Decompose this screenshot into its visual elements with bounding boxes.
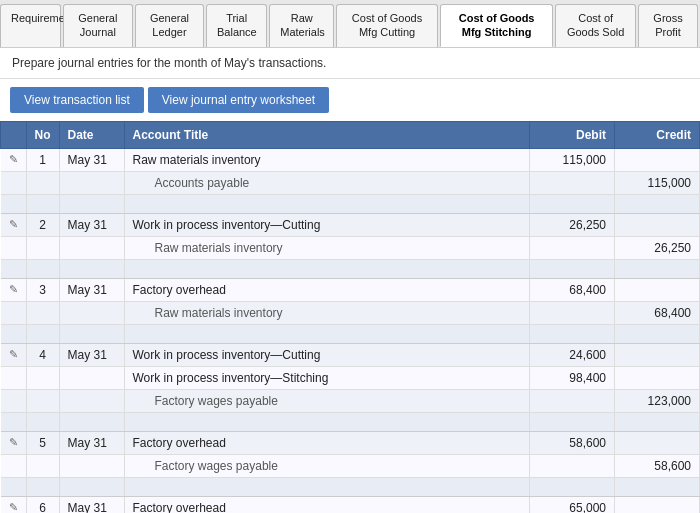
table-row: Factory wages payable58,600 — [1, 454, 700, 477]
row-number — [26, 301, 59, 324]
row-account-title: Factory overhead — [124, 496, 530, 513]
tab-cost-mfg-stitching[interactable]: Cost of Goods Mfg Stitching — [440, 4, 553, 47]
description-text: Prepare journal entries for the month of… — [12, 56, 326, 70]
table-row: ✎6May 31Factory overhead65,000 — [1, 496, 700, 513]
row-debit: 98,400 — [530, 366, 615, 389]
row-date: May 31 — [59, 148, 124, 171]
edit-col-header — [1, 121, 27, 148]
table-row: Factory wages payable123,000 — [1, 389, 700, 412]
row-account-title: Raw materials inventory — [124, 301, 530, 324]
table-row: ✎3May 31Factory overhead68,400 — [1, 278, 700, 301]
table-row: ✎2May 31Work in process inventory—Cuttin… — [1, 213, 700, 236]
journal-table: No Date Account Title Debit Credit ✎1May… — [0, 121, 700, 513]
row-debit — [530, 171, 615, 194]
row-account-title: Factory overhead — [124, 431, 530, 454]
row-number: 3 — [26, 278, 59, 301]
button-row: View transaction list View journal entry… — [0, 79, 700, 121]
credit-header: Credit — [615, 121, 700, 148]
row-credit: 68,400 — [615, 301, 700, 324]
row-account-title: Accounts payable — [124, 171, 530, 194]
row-account-title: Raw materials inventory — [124, 236, 530, 259]
row-date: May 31 — [59, 278, 124, 301]
account-title-header: Account Title — [124, 121, 530, 148]
row-credit: 115,000 — [615, 171, 700, 194]
edit-icon[interactable] — [1, 171, 27, 194]
nav-tabs: Requirement General Journal General Ledg… — [0, 0, 700, 48]
row-debit — [530, 389, 615, 412]
tab-trial-balance[interactable]: Trial Balance — [206, 4, 267, 47]
row-date — [59, 389, 124, 412]
edit-icon[interactable] — [1, 301, 27, 324]
row-date — [59, 236, 124, 259]
row-debit: 58,600 — [530, 431, 615, 454]
row-debit: 24,600 — [530, 343, 615, 366]
row-credit — [615, 278, 700, 301]
row-date — [59, 454, 124, 477]
row-account-title: Work in process inventory—Cutting — [124, 213, 530, 236]
row-number — [26, 171, 59, 194]
tab-gross-profit[interactable]: Gross Profit — [638, 4, 698, 47]
table-row: ✎4May 31Work in process inventory—Cuttin… — [1, 343, 700, 366]
row-credit — [615, 431, 700, 454]
edit-icon[interactable] — [1, 366, 27, 389]
separator-row — [1, 477, 700, 496]
table-row: Raw materials inventory26,250 — [1, 236, 700, 259]
row-account-title: Raw materials inventory — [124, 148, 530, 171]
tab-requirement[interactable]: Requirement — [0, 4, 61, 47]
edit-icon[interactable] — [1, 389, 27, 412]
row-credit: 26,250 — [615, 236, 700, 259]
table-row: ✎5May 31Factory overhead58,600 — [1, 431, 700, 454]
tab-cost-mfg-cutting[interactable]: Cost of Goods Mfg Cutting — [336, 4, 438, 47]
edit-icon[interactable]: ✎ — [1, 213, 27, 236]
row-number — [26, 389, 59, 412]
no-header: No — [26, 121, 59, 148]
edit-icon[interactable]: ✎ — [1, 148, 27, 171]
row-account-title: Factory wages payable — [124, 454, 530, 477]
row-debit — [530, 301, 615, 324]
row-credit — [615, 213, 700, 236]
tab-raw-materials[interactable]: Raw Materials — [269, 4, 334, 47]
separator-row — [1, 259, 700, 278]
row-credit: 123,000 — [615, 389, 700, 412]
row-account-title: Work in process inventory—Stitching — [124, 366, 530, 389]
table-row: ✎1May 31Raw materials inventory115,000 — [1, 148, 700, 171]
row-credit — [615, 343, 700, 366]
table-row: Accounts payable115,000 — [1, 171, 700, 194]
edit-icon[interactable]: ✎ — [1, 431, 27, 454]
row-debit: 65,000 — [530, 496, 615, 513]
row-credit — [615, 496, 700, 513]
row-date: May 31 — [59, 343, 124, 366]
row-date — [59, 171, 124, 194]
row-date: May 31 — [59, 431, 124, 454]
table-row: Raw materials inventory68,400 — [1, 301, 700, 324]
tab-general-ledger[interactable]: General Ledger — [135, 4, 204, 47]
description-bar: Prepare journal entries for the month of… — [0, 48, 700, 79]
row-number — [26, 236, 59, 259]
row-number: 2 — [26, 213, 59, 236]
debit-header: Debit — [530, 121, 615, 148]
edit-icon[interactable]: ✎ — [1, 343, 27, 366]
tab-cost-goods-sold[interactable]: Cost of Goods Sold — [555, 4, 636, 47]
row-number: 4 — [26, 343, 59, 366]
row-date — [59, 366, 124, 389]
row-debit — [530, 236, 615, 259]
view-journal-entry-worksheet-button[interactable]: View journal entry worksheet — [148, 87, 329, 113]
row-account-title: Factory overhead — [124, 278, 530, 301]
edit-icon[interactable] — [1, 454, 27, 477]
row-account-title: Work in process inventory—Cutting — [124, 343, 530, 366]
row-number: 5 — [26, 431, 59, 454]
edit-icon[interactable]: ✎ — [1, 278, 27, 301]
tab-general-journal[interactable]: General Journal — [63, 4, 133, 47]
separator-row — [1, 324, 700, 343]
row-account-title: Factory wages payable — [124, 389, 530, 412]
row-debit — [530, 454, 615, 477]
view-transaction-list-button[interactable]: View transaction list — [10, 87, 144, 113]
separator-row — [1, 412, 700, 431]
row-debit: 26,250 — [530, 213, 615, 236]
row-number — [26, 454, 59, 477]
row-debit: 68,400 — [530, 278, 615, 301]
row-credit — [615, 366, 700, 389]
edit-icon[interactable] — [1, 236, 27, 259]
journal-table-container: No Date Account Title Debit Credit ✎1May… — [0, 121, 700, 513]
edit-icon[interactable]: ✎ — [1, 496, 27, 513]
